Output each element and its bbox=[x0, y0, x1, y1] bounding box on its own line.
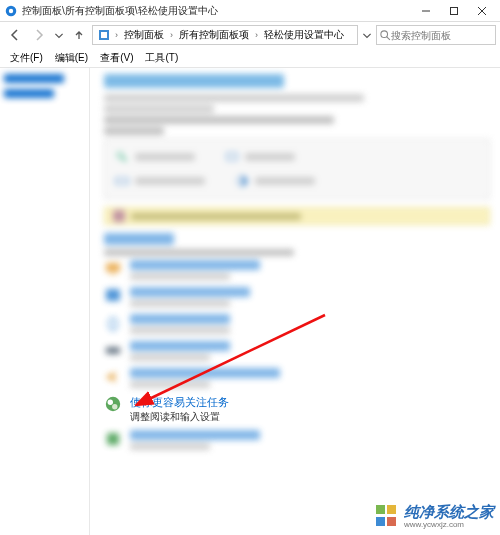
magnifier-icon bbox=[115, 150, 129, 164]
page-heading bbox=[104, 74, 284, 88]
info-icon bbox=[113, 210, 125, 222]
panel-option[interactable] bbox=[115, 150, 195, 164]
breadcrumb-item[interactable]: 所有控制面板项 bbox=[175, 26, 253, 44]
settings-item[interactable] bbox=[104, 430, 490, 453]
menu-tools[interactable]: 工具(T) bbox=[139, 49, 184, 67]
chevron-right-icon: › bbox=[168, 30, 175, 40]
focus-tasks-link[interactable]: 使你更容易关注任务 bbox=[130, 395, 490, 410]
watermark-brand: 纯净系统之家 bbox=[404, 503, 494, 520]
focus-icon bbox=[104, 395, 122, 413]
forward-button[interactable] bbox=[28, 24, 50, 46]
chevron-right-icon: › bbox=[253, 30, 260, 40]
svg-rect-13 bbox=[116, 178, 128, 184]
up-button[interactable] bbox=[68, 24, 90, 46]
titlebar: 控制面板\所有控制面板项\轻松使用设置中心 bbox=[0, 0, 500, 22]
menu-file[interactable]: 文件(F) bbox=[4, 49, 49, 67]
option-label bbox=[135, 177, 205, 185]
monitor-icon bbox=[104, 260, 122, 278]
svg-line-9 bbox=[387, 37, 390, 40]
display-icon bbox=[225, 150, 239, 164]
body: 使你更容易关注任务 调整阅读和输入设置 bbox=[0, 68, 500, 535]
chevron-right-icon: › bbox=[113, 30, 120, 40]
breadcrumb-dropdown[interactable] bbox=[360, 24, 374, 46]
recent-dropdown[interactable] bbox=[52, 24, 66, 46]
watermark: 纯净系统之家 www.ycwxjz.com bbox=[376, 503, 494, 529]
settings-item[interactable] bbox=[104, 287, 490, 310]
screen-icon bbox=[104, 287, 122, 305]
keyboard-icon bbox=[104, 341, 122, 359]
banner-text bbox=[131, 213, 301, 220]
option-label bbox=[245, 153, 295, 161]
maximize-button[interactable] bbox=[440, 2, 468, 20]
quick-access-panel bbox=[104, 139, 490, 199]
mouse-icon bbox=[104, 314, 122, 332]
minimize-button[interactable] bbox=[412, 2, 440, 20]
sidebar-link[interactable] bbox=[4, 89, 54, 98]
description-text bbox=[104, 116, 334, 124]
svg-rect-17 bbox=[106, 289, 120, 301]
description-text bbox=[104, 94, 364, 102]
settings-item[interactable] bbox=[104, 341, 490, 364]
section-heading bbox=[104, 233, 174, 245]
keyboard-icon bbox=[115, 174, 129, 188]
search-box[interactable] bbox=[376, 25, 496, 45]
address-bar: › 控制面板 › 所有控制面板项 › 轻松使用设置中心 bbox=[0, 22, 500, 48]
svg-rect-23 bbox=[107, 433, 119, 445]
search-input[interactable] bbox=[391, 30, 493, 41]
svg-rect-16 bbox=[111, 273, 115, 275]
control-panel-icon bbox=[97, 28, 111, 42]
option-label bbox=[255, 177, 315, 185]
breadcrumb[interactable]: › 控制面板 › 所有控制面板项 › 轻松使用设置中心 bbox=[92, 25, 358, 45]
main-pane: 使你更容易关注任务 调整阅读和输入设置 bbox=[90, 68, 500, 535]
window-buttons bbox=[412, 2, 496, 20]
svg-line-11 bbox=[122, 157, 126, 161]
section-desc bbox=[104, 249, 294, 256]
watermark-url: www.ycwxjz.com bbox=[404, 520, 494, 529]
sidebar-link[interactable] bbox=[4, 74, 64, 83]
back-button[interactable] bbox=[4, 24, 26, 46]
settings-item[interactable] bbox=[104, 260, 490, 283]
panel-option[interactable] bbox=[115, 174, 205, 188]
svg-point-1 bbox=[9, 8, 13, 12]
description-text bbox=[104, 105, 214, 113]
svg-rect-3 bbox=[451, 7, 458, 14]
sidebar bbox=[0, 68, 90, 535]
menubar: 文件(F) 编辑(E) 查看(V) 工具(T) bbox=[0, 48, 500, 68]
focus-tasks-desc: 调整阅读和输入设置 bbox=[130, 411, 220, 422]
svg-point-18 bbox=[109, 318, 117, 330]
svg-point-8 bbox=[381, 31, 388, 38]
watermark-logo-icon bbox=[376, 505, 398, 527]
focus-tasks-item[interactable]: 使你更容易关注任务 调整阅读和输入设置 bbox=[104, 395, 490, 424]
description-text bbox=[104, 127, 164, 135]
svg-rect-12 bbox=[227, 153, 237, 160]
option-label bbox=[135, 153, 195, 161]
menu-edit[interactable]: 编辑(E) bbox=[49, 49, 94, 67]
sound-icon bbox=[104, 368, 122, 386]
menu-view[interactable]: 查看(V) bbox=[94, 49, 139, 67]
svg-rect-15 bbox=[106, 263, 120, 272]
svg-rect-19 bbox=[106, 347, 120, 354]
svg-point-20 bbox=[106, 397, 120, 411]
close-button[interactable] bbox=[468, 2, 496, 20]
search-icon bbox=[379, 29, 391, 41]
panel-option[interactable] bbox=[225, 150, 295, 164]
panel-option[interactable] bbox=[235, 174, 315, 188]
svg-rect-7 bbox=[101, 32, 107, 38]
svg-point-22 bbox=[112, 404, 117, 409]
svg-point-21 bbox=[108, 400, 113, 405]
breadcrumb-item[interactable]: 轻松使用设置中心 bbox=[260, 26, 348, 44]
contrast-icon bbox=[235, 174, 249, 188]
info-banner bbox=[104, 207, 490, 225]
window-title: 控制面板\所有控制面板项\轻松使用设置中心 bbox=[22, 4, 412, 18]
touch-icon bbox=[104, 430, 122, 448]
control-panel-icon bbox=[4, 4, 18, 18]
settings-item[interactable] bbox=[104, 368, 490, 391]
settings-item[interactable] bbox=[104, 314, 490, 337]
breadcrumb-item[interactable]: 控制面板 bbox=[120, 26, 168, 44]
